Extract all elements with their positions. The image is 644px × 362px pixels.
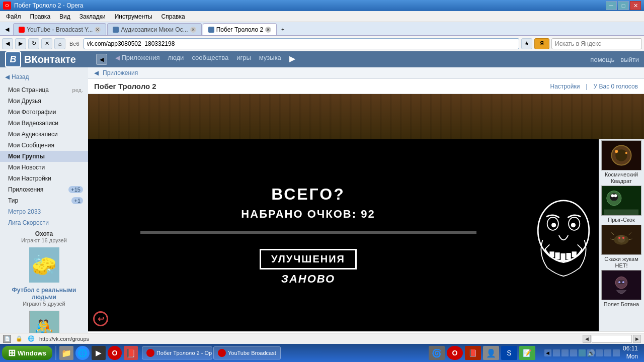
reload-button[interactable]: ↻ bbox=[28, 38, 39, 49]
vk-nav-games[interactable]: игры bbox=[236, 54, 251, 65]
sidebar-item-liga[interactable]: Лига Скорости bbox=[0, 217, 88, 228]
sys-tray-2[interactable] bbox=[561, 349, 569, 356]
tab-youtube[interactable]: YouTube - Broadcast Y... ✕ bbox=[13, 23, 106, 35]
menu-tools[interactable]: Инструменты bbox=[111, 12, 156, 21]
spongebob-icon: 🧽 bbox=[32, 253, 57, 277]
sys-tray-3[interactable] bbox=[570, 349, 577, 356]
app-settings-link[interactable]: Настройки bbox=[550, 83, 580, 90]
tab-audiozapisi[interactable]: Аудиозаписи Михи Ос... ✕ bbox=[107, 23, 201, 35]
app-nav-apps-link[interactable]: Приложения bbox=[103, 69, 138, 76]
sidebar-back[interactable]: ◀ Назад bbox=[0, 71, 88, 82]
game-upgrade-button[interactable]: УЛУЧШЕНИЯ bbox=[260, 249, 357, 269]
game-thumb-bugs[interactable]: Скажи жукам НЕТ! bbox=[600, 225, 643, 269]
taskbar-task-pobeg[interactable]: Побег Трололо 2 - Opera bbox=[142, 346, 212, 359]
app-votes-label: У Вас 0 голосов bbox=[594, 83, 638, 90]
vk-nav-communities[interactable]: сообщества bbox=[192, 54, 228, 65]
game-thumb-label-bugs: Скажи жукам НЕТ! bbox=[600, 256, 643, 269]
vk-nav-link[interactable]: ◀ Приложения bbox=[115, 54, 160, 65]
status-bar: 📄 🔒 🌐 http://vk.com/groups ◀ ▶ bbox=[0, 333, 644, 344]
tab-prev-button[interactable]: ◀ bbox=[2, 23, 12, 35]
sidebar-item-metro[interactable]: Метро 2033 bbox=[0, 206, 88, 217]
forward-button[interactable]: ▶ bbox=[15, 38, 26, 49]
taskbar-clock[interactable]: 06:11 Mon bbox=[623, 345, 638, 360]
stop-button[interactable]: ✕ bbox=[41, 38, 52, 49]
menu-bookmarks[interactable]: Закладки bbox=[75, 12, 110, 21]
bookmark-button[interactable]: ★ bbox=[521, 38, 532, 49]
game-thumb-jump[interactable]: Прыг-Скок bbox=[600, 186, 643, 223]
address-input[interactable] bbox=[84, 38, 519, 49]
sidebar-item-messages[interactable]: Мои Сообщения bbox=[0, 140, 88, 151]
sys-network-icon[interactable] bbox=[596, 349, 603, 356]
menu-view[interactable]: Вид bbox=[55, 12, 74, 21]
sidebar-football-title[interactable]: Футбол с реальными людьми bbox=[5, 287, 83, 301]
search-input[interactable] bbox=[551, 38, 642, 49]
sidebar-item-my-page[interactable]: Моя Страница ред. bbox=[0, 84, 88, 96]
yandex-icon[interactable]: Я bbox=[534, 38, 549, 49]
vk-header: В ВКонтакте ◀ ◀ Приложения люди сообщест… bbox=[0, 51, 644, 67]
sys-battery-icon[interactable] bbox=[604, 349, 611, 356]
sidebar-item-groups[interactable]: Мои Группы bbox=[0, 151, 88, 162]
back-arrow-icon: ◀ bbox=[5, 73, 10, 80]
sidebar-item-apps[interactable]: Приложения +15 bbox=[0, 184, 88, 195]
sidebar-item-photos[interactable]: Мои Фотографии bbox=[0, 107, 88, 118]
back-button[interactable]: ◀ bbox=[2, 38, 13, 49]
sidebar-item-tir[interactable]: Тир +1 bbox=[0, 195, 88, 206]
taskbar-pdf-btn[interactable]: 📕 bbox=[465, 346, 481, 360]
menu-help[interactable]: Справка bbox=[157, 12, 189, 21]
vk-nav-people[interactable]: люди bbox=[168, 54, 184, 65]
sidebar-item-news[interactable]: Мои Новости bbox=[0, 162, 88, 173]
svg-rect-9 bbox=[560, 253, 565, 260]
sidebar-item-audio[interactable]: Мои Аудиозаписи bbox=[0, 129, 88, 140]
sys-tray-4[interactable] bbox=[579, 349, 586, 356]
tab-pobeg[interactable]: Побег Трололо 2 ✕ bbox=[203, 23, 277, 35]
sidebar-avatar-spongebob[interactable]: 🧽 bbox=[29, 247, 59, 283]
vk-nav-help[interactable]: помощь bbox=[590, 56, 614, 63]
taskbar-task-youtube[interactable]: YouTube Broadcast bbox=[213, 346, 281, 359]
quick-launch-opera[interactable]: O bbox=[108, 346, 122, 360]
game-thumb-cosmic[interactable]: Космический Квадрат bbox=[600, 140, 643, 185]
home-button[interactable]: ⌂ bbox=[54, 38, 65, 49]
taskbar-chrome-btn[interactable]: 🌀 bbox=[429, 346, 445, 360]
menu-edit[interactable]: Правка bbox=[26, 12, 55, 21]
scroll-left-button[interactable]: ◀ bbox=[583, 335, 591, 343]
tab-add-button[interactable]: + bbox=[278, 23, 288, 35]
tab-close-audio[interactable]: ✕ bbox=[190, 27, 196, 33]
taskbar-user-btn[interactable]: 👤 bbox=[483, 346, 499, 360]
vk-logo[interactable]: В ВКонтакте bbox=[5, 51, 76, 67]
sidebar-item-settings[interactable]: Мои Настройки bbox=[0, 173, 88, 184]
quick-launch-media[interactable]: ▶ bbox=[92, 346, 106, 360]
taskbar-notes-btn[interactable]: 📝 bbox=[519, 346, 535, 360]
status-page-icon: 📄 bbox=[3, 335, 11, 343]
scroll-right-button[interactable]: ▶ bbox=[633, 335, 641, 343]
vk-nav-music[interactable]: музыка bbox=[259, 54, 281, 65]
svg-point-15 bbox=[615, 150, 618, 153]
sidebar-item-friends[interactable]: Мои Друзья bbox=[0, 96, 88, 107]
vk-nav-more-icon[interactable]: ▶ bbox=[289, 54, 295, 65]
taskbar-skype-btn[interactable]: S bbox=[501, 346, 517, 360]
scroll-bar[interactable] bbox=[592, 335, 632, 343]
start-button[interactable]: ⊞ Windows bbox=[2, 346, 52, 360]
game-thumb-botan[interactable]: Полет Ботана bbox=[600, 270, 643, 308]
close-button[interactable]: ✕ bbox=[630, 1, 641, 10]
sidebar-item-videos[interactable]: Мои Видеозаписи bbox=[0, 118, 88, 129]
windows-logo-icon: ⊞ bbox=[8, 347, 16, 358]
sys-lang-icon[interactable] bbox=[613, 349, 620, 356]
sys-arrow-icon[interactable]: ◀ bbox=[544, 349, 551, 356]
taskbar-opera-btn[interactable]: O bbox=[447, 346, 463, 360]
sys-tray-1[interactable] bbox=[553, 349, 560, 356]
title-bar: O Побег Трололо 2 - Opera ─ □ ✕ bbox=[0, 0, 644, 11]
minimize-button[interactable]: ─ bbox=[606, 1, 617, 10]
game-back-icon[interactable]: ↩ bbox=[93, 311, 108, 326]
quick-launch-explorer[interactable]: 📁 bbox=[59, 346, 73, 360]
menu-file[interactable]: Файл bbox=[2, 12, 25, 21]
tab-close-pobeg[interactable]: ✕ bbox=[265, 27, 271, 33]
sys-volume-icon[interactable]: 🔊 bbox=[587, 349, 594, 356]
maximize-button[interactable]: □ bbox=[618, 1, 629, 10]
vk-nav-arrow-left[interactable]: ◀ bbox=[96, 54, 107, 65]
taskbar-more-apps: 🌀 O 📕 👤 S 📝 bbox=[429, 346, 535, 360]
quick-launch-ie[interactable]: 🌐 bbox=[75, 346, 90, 360]
tab-close-youtube[interactable]: ✕ bbox=[95, 27, 101, 33]
quick-launch-pdf[interactable]: 📕 bbox=[124, 346, 138, 360]
vk-nav-logout[interactable]: выйти bbox=[620, 56, 639, 63]
game-restart-button[interactable]: ЗАНОВО bbox=[281, 273, 335, 286]
